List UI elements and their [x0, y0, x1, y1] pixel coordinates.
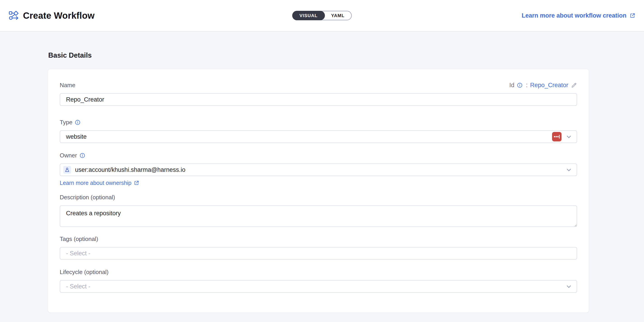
id-label: Id — [509, 82, 514, 89]
name-field-group: Name Id : Repo_Creator — [60, 82, 577, 106]
lifecycle-field-group: Lifecycle (optional) — [60, 269, 577, 293]
type-input[interactable] — [66, 131, 548, 143]
learn-workflow-creation-label: Learn more about workflow creation — [522, 12, 626, 19]
owner-field-group: Owner — [60, 152, 577, 186]
tags-select-input[interactable] — [60, 247, 577, 260]
description-label: Description (optional) — [60, 194, 115, 201]
name-label: Name — [60, 82, 75, 89]
tab-yaml[interactable]: YAML — [324, 11, 351, 20]
chevron-down-icon[interactable] — [566, 167, 572, 173]
chevron-down-icon[interactable] — [566, 134, 572, 140]
owner-label: Owner — [60, 152, 77, 159]
workflow-icon — [8, 10, 19, 21]
tab-visual[interactable]: VISUAL — [292, 11, 325, 20]
id-separator: : — [526, 82, 528, 89]
visual-yaml-toggle: VISUAL YAML — [292, 11, 352, 20]
description-field-group: Description (optional) Creates a reposit… — [60, 194, 577, 227]
learn-workflow-creation-link[interactable]: Learn more about workflow creation — [522, 12, 636, 19]
page-title: Create Workflow — [23, 10, 95, 21]
info-icon[interactable] — [80, 153, 85, 158]
lifecycle-label: Lifecycle (optional) — [60, 269, 108, 276]
lifecycle-select — [60, 280, 577, 293]
fixed-input-icon[interactable] — [552, 132, 562, 141]
edit-pencil-icon[interactable] — [571, 82, 577, 88]
section-title: Basic Details — [48, 51, 588, 59]
external-link-icon — [134, 180, 139, 186]
type-field-group: Type — [60, 119, 577, 143]
tags-field-group: Tags (optional) — [60, 236, 577, 260]
owner-input[interactable] — [75, 164, 562, 176]
type-select — [60, 130, 577, 143]
learn-ownership-link[interactable]: Learn more about ownership — [60, 180, 139, 186]
learn-ownership-label: Learn more about ownership — [60, 180, 131, 186]
user-icon — [63, 166, 71, 174]
type-label: Type — [60, 119, 72, 126]
owner-select — [60, 163, 577, 176]
lifecycle-select-input[interactable] — [66, 281, 562, 292]
header: Create Workflow VISUAL YAML Learn more a… — [0, 0, 644, 31]
header-title-area: Create Workflow — [8, 10, 95, 21]
main-content: Basic Details Name Id : Repo_Creator — [0, 31, 644, 313]
external-link-icon — [629, 12, 636, 19]
info-icon[interactable] — [75, 120, 80, 125]
chevron-down-icon[interactable] — [566, 283, 572, 290]
info-icon[interactable] — [517, 82, 522, 88]
tags-label: Tags (optional) — [60, 236, 98, 243]
description-textarea[interactable]: Creates a repository — [60, 205, 577, 227]
entity-id-row: Id : Repo_Creator — [509, 82, 577, 89]
basic-details-card: Name Id : Repo_Creator — [48, 69, 589, 313]
name-input[interactable] — [60, 93, 577, 106]
entity-id-value[interactable]: Repo_Creator — [530, 82, 568, 89]
